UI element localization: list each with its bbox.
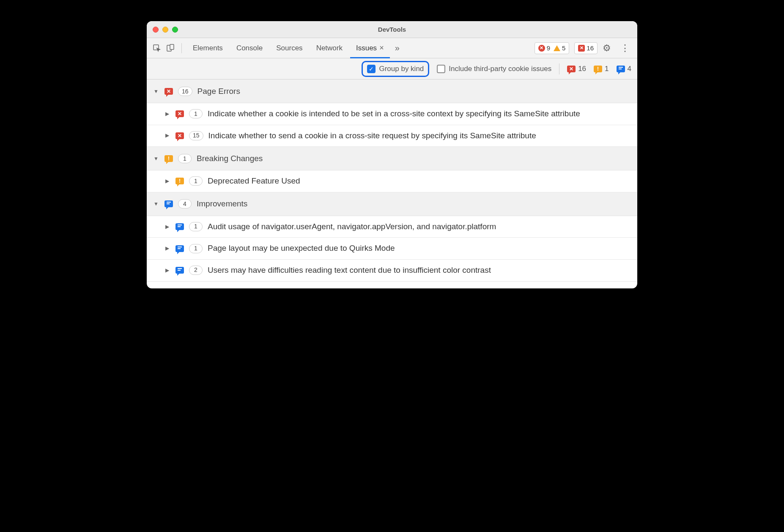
tab-sources[interactable]: Sources: [270, 38, 308, 58]
info-speech-icon: [175, 245, 184, 252]
include-third-party-checkbox[interactable]: Include third-party cookie issues: [437, 65, 551, 73]
filter-divider: [559, 63, 559, 74]
summary-warnings-count: 1: [605, 65, 609, 73]
kind-count-pill: 4: [178, 199, 192, 208]
issue-row[interactable]: ▶ ✕ 15 Indicate whether to send a cookie…: [147, 125, 637, 147]
chevron-right-icon: ▶: [164, 132, 170, 139]
issues-count: 16: [587, 44, 594, 52]
info-speech-icon: [617, 66, 625, 72]
tab-label: Network: [316, 44, 343, 52]
issue-row[interactable]: ▶ ! 1 Deprecated Feature Used: [147, 170, 637, 192]
tab-console[interactable]: Console: [230, 38, 269, 58]
error-circle-icon: ✕: [538, 45, 545, 52]
kind-label: Breaking Changes: [197, 154, 263, 163]
tab-network[interactable]: Network: [310, 38, 348, 58]
issue-title: Page layout may be unexpected due to Qui…: [208, 243, 631, 254]
info-speech-icon: [175, 267, 184, 274]
chevron-down-icon: ▼: [153, 156, 159, 162]
kind-count-pill: 1: [178, 154, 192, 163]
summary-warnings: ! 1: [594, 65, 609, 73]
close-window-button[interactable]: [153, 27, 159, 33]
chevron-right-icon: ▶: [164, 178, 170, 185]
window-title: DevTools: [147, 26, 637, 33]
info-speech-icon: [175, 223, 184, 230]
more-tabs-icon[interactable]: »: [392, 43, 403, 53]
minimize-window-button[interactable]: [162, 27, 168, 33]
group-by-kind-checkbox[interactable]: ✓ Group by kind: [362, 61, 429, 77]
zoom-window-button[interactable]: [172, 27, 178, 33]
issue-count-pill: 2: [189, 266, 203, 275]
issue-count-pill: 1: [189, 222, 203, 231]
titlebar: DevTools: [147, 21, 637, 38]
issues-status-badge[interactable]: ✕16: [574, 42, 598, 54]
svg-rect-2: [170, 44, 174, 49]
error-square-icon: ✕: [578, 45, 585, 52]
warning-speech-icon: !: [175, 178, 184, 184]
summary-info-count: 4: [628, 65, 631, 73]
tab-issues[interactable]: Issues ×: [350, 38, 390, 58]
checkbox-label: Group by kind: [379, 65, 424, 73]
traffic-lights: [153, 27, 178, 33]
error-speech-icon: ✕: [175, 132, 184, 139]
device-toggle-icon[interactable]: [164, 42, 176, 54]
settings-gear-icon[interactable]: ⚙: [599, 43, 614, 54]
checkbox-unchecked-icon: [437, 65, 445, 73]
issue-count-pill: 1: [189, 176, 203, 186]
issue-row[interactable]: ▶ 1 Page layout may be unexpected due to…: [147, 238, 637, 260]
info-speech-icon: [164, 200, 173, 207]
chevron-down-icon: ▼: [153, 88, 159, 94]
chevron-down-icon: ▼: [153, 201, 159, 207]
issue-title: Indicate whether a cookie is intended to…: [208, 108, 631, 120]
kind-count-pill: 16: [178, 87, 192, 96]
issue-count-pill: 1: [189, 109, 203, 118]
kind-header-page-errors[interactable]: ▼ ✕ 16 Page Errors: [147, 80, 637, 103]
error-speech-icon: ✕: [164, 88, 173, 95]
issue-title: Indicate whether to send a cookie in a c…: [208, 130, 631, 142]
summary-info: 4: [617, 65, 631, 73]
checkbox-label: Include third-party cookie issues: [449, 65, 551, 73]
issue-count-pill: 15: [189, 131, 203, 140]
warning-speech-icon: !: [164, 155, 173, 162]
issue-title: Deprecated Feature Used: [208, 176, 631, 187]
tab-elements[interactable]: Elements: [187, 38, 229, 58]
kind-header-improvements[interactable]: ▼ 4 Improvements: [147, 192, 637, 216]
issue-count-pill: 1: [189, 244, 203, 253]
issue-title: Users may have difficulties reading text…: [208, 265, 631, 276]
kind-label: Page Errors: [197, 87, 240, 96]
chevron-right-icon: ▶: [164, 110, 170, 118]
console-status-badge[interactable]: ✕9 5: [535, 42, 570, 54]
tab-label: Elements: [193, 44, 223, 52]
toolbar-divider: [181, 43, 182, 53]
issue-row[interactable]: ▶ ✕ 1 Indicate whether a cookie is inten…: [147, 103, 637, 125]
warning-speech-icon: !: [594, 66, 602, 72]
main-toolbar: Elements Console Sources Network Issues …: [147, 38, 637, 58]
error-speech-icon: ✕: [175, 110, 184, 117]
close-tab-icon[interactable]: ×: [379, 44, 384, 52]
more-options-icon[interactable]: ⋮: [616, 43, 633, 54]
chevron-right-icon: ▶: [164, 223, 170, 230]
inspect-element-icon[interactable]: [151, 42, 163, 54]
tab-label: Sources: [276, 44, 302, 52]
issues-filter-bar: ✓ Group by kind Include third-party cook…: [147, 58, 637, 80]
tab-label: Issues: [356, 44, 377, 52]
kind-label: Improvements: [197, 199, 247, 208]
error-count: 9: [547, 44, 550, 52]
summary-errors: ✕ 16: [567, 65, 586, 73]
chevron-right-icon: ▶: [164, 245, 170, 252]
issue-row[interactable]: ▶ 1 Audit usage of navigator.userAgent, …: [147, 216, 637, 238]
checkbox-checked-icon: ✓: [367, 65, 376, 73]
warning-count: 5: [562, 44, 565, 52]
issue-row[interactable]: ▶ 2 Users may have difficulties reading …: [147, 260, 637, 282]
warning-triangle-icon: [554, 45, 560, 51]
chevron-right-icon: ▶: [164, 267, 170, 274]
summary-errors-count: 16: [578, 65, 586, 73]
issue-title: Audit usage of navigator.userAgent, navi…: [208, 221, 631, 233]
error-speech-icon: ✕: [567, 66, 576, 72]
kind-header-breaking-changes[interactable]: ▼ ! 1 Breaking Changes: [147, 147, 637, 170]
devtools-window: DevTools Elements Console Sources Networ…: [147, 21, 637, 288]
tab-label: Console: [236, 44, 263, 52]
